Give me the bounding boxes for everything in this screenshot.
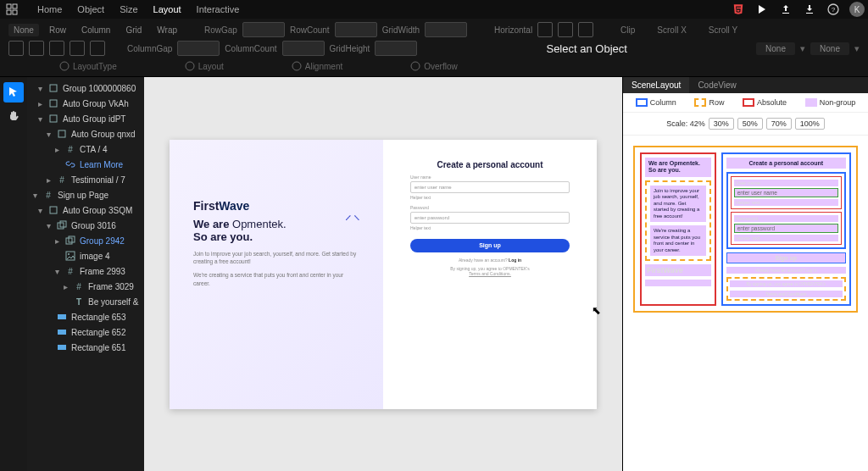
menu-layout[interactable]: Layout	[153, 4, 181, 14]
tab-codeview[interactable]: CodeView	[689, 77, 744, 93]
layer-row[interactable]: ▾Group 1000000860	[29, 80, 142, 96]
type-card-icon[interactable]	[8, 41, 24, 56]
pv-left-col: We are Opmentek. So are you. Join to imp…	[640, 152, 716, 306]
play-icon[interactable]	[754, 2, 770, 17]
user-avatar[interactable]: K	[849, 2, 865, 17]
menu-object[interactable]: Object	[77, 4, 104, 14]
svg-point-20	[68, 253, 70, 255]
layer-row[interactable]: ▸#Testimonial / 7	[29, 172, 142, 187]
chevron-icon[interactable]: ▾	[44, 130, 53, 139]
menu-home[interactable]: Home	[37, 4, 62, 14]
layer-row[interactable]: ▾Auto Group qnxd	[29, 126, 142, 141]
align-center-icon[interactable]	[558, 22, 573, 37]
layer-row[interactable]: image 4	[29, 248, 142, 263]
select-tool[interactable]	[3, 82, 24, 103]
artboard-signup[interactable]: FirstWave We are Opmentek.⟋⟍ So are you.…	[170, 140, 597, 409]
login-link[interactable]: Log in	[509, 258, 521, 263]
chevron-icon[interactable]: ▸	[53, 145, 61, 154]
layer-row[interactable]: ▸#CTA / 4	[29, 141, 142, 157]
rowgap-input[interactable]	[242, 22, 285, 37]
layer-label: Rectangle 653	[71, 313, 126, 322]
chevron-icon[interactable]: ▸	[36, 99, 44, 108]
layer-row[interactable]: Rectangle 653	[29, 309, 142, 324]
layer-row[interactable]: ▸Auto Group VkAh	[29, 96, 142, 111]
html5-icon[interactable]	[731, 2, 746, 17]
tab-scenelayout[interactable]: SceneLayout	[623, 77, 689, 93]
layer-row[interactable]: Learn More	[29, 157, 142, 172]
layer-label: Auto Group 3SQM	[63, 206, 132, 215]
layer-row[interactable]: ▾#Sign up Page	[29, 187, 142, 202]
layer-label: image 4	[80, 252, 110, 261]
chevron-icon[interactable]: ▾	[36, 114, 44, 124]
chevron-icon[interactable]: ▾	[31, 191, 39, 200]
scale-30[interactable]: 30%	[709, 118, 734, 130]
chevron-icon[interactable]: ▾	[36, 84, 44, 93]
layout-row[interactable]: Row	[44, 24, 71, 36]
layer-row[interactable]: ▾Auto Group idPT	[29, 111, 142, 126]
chevron-icon[interactable]: ▾	[44, 221, 53, 230]
gridheight-label: GridHeight	[330, 44, 370, 53]
gridheight-input[interactable]	[375, 41, 417, 56]
pv-para1: Join to improve your job search, yoursel…	[650, 186, 706, 223]
layer-type-icon	[47, 82, 59, 94]
chevron-icon[interactable]: ▸	[61, 282, 70, 291]
layer-row[interactable]: ▾#Frame 2993	[29, 263, 142, 279]
pv-already: Already have an account? Log in	[726, 267, 846, 274]
scrolly-select[interactable]: None	[810, 42, 849, 55]
help-icon[interactable]: ?	[826, 2, 841, 17]
type-grid-icon[interactable]	[70, 41, 85, 56]
canvas-area[interactable]: FirstWave We are Opmentek.⟋⟍ So are you.…	[144, 77, 622, 471]
align-right-icon[interactable]	[578, 22, 593, 37]
chevron-icon[interactable]: ▸	[53, 236, 61, 246]
layer-row[interactable]: Rectangle 652	[29, 324, 142, 340]
chevron-icon[interactable]: ▸	[44, 175, 53, 185]
layout-column[interactable]: Column	[76, 24, 115, 36]
svg-rect-12	[50, 115, 57, 122]
signup-button[interactable]: Sign up	[410, 239, 570, 252]
chevron-icon[interactable]: ▾	[53, 267, 61, 276]
sub-para-2: We're creating a service that puts you f…	[193, 271, 359, 288]
layer-row[interactable]: ▾Group 3016	[29, 218, 142, 233]
menu-size[interactable]: Size	[120, 4, 137, 14]
scale-100[interactable]: 100%	[795, 118, 825, 130]
layout-wrap[interactable]: Wrap	[152, 24, 182, 36]
layer-row[interactable]: ▸Group 2942	[29, 233, 142, 248]
menu-interactive[interactable]: Interactive	[197, 4, 240, 14]
gridwidth-input[interactable]	[425, 22, 467, 37]
password-input[interactable]: enter password	[410, 212, 570, 224]
rowcount-input[interactable]	[335, 22, 377, 37]
columngap-label: ColumnGap	[127, 44, 172, 53]
layer-type-icon: #	[42, 189, 54, 201]
app-logo-icon[interactable]	[3, 1, 20, 18]
horizontal-label: Horizontal	[494, 25, 532, 35]
rowgap-label: RowGap	[204, 25, 237, 35]
pv-user-field: User name enter user name Helper text	[731, 176, 842, 209]
layer-row[interactable]: ▾Auto Group 3SQM	[29, 202, 142, 218]
username-label: User name	[410, 175, 431, 180]
type-row-icon[interactable]	[29, 41, 44, 56]
align-left-icon[interactable]	[537, 22, 553, 37]
layer-label: Be yourself &	[88, 297, 138, 307]
layer-row[interactable]: ▸#Frame 3029	[29, 279, 142, 294]
hand-tool[interactable]	[3, 106, 24, 126]
terms-text: By signing up, you agree to OPMENTEK'sTe…	[450, 266, 530, 277]
layer-row[interactable]: TBe yourself &	[29, 294, 142, 309]
columncount-input[interactable]	[282, 41, 325, 56]
layer-row[interactable]: Rectangle 651	[29, 340, 142, 355]
scrollx-select[interactable]: None	[756, 42, 795, 55]
download-icon[interactable]	[802, 2, 817, 17]
columngap-input[interactable]	[177, 41, 220, 56]
type-col-icon[interactable]	[49, 41, 64, 56]
scale-50[interactable]: 50%	[737, 118, 763, 130]
layout-none[interactable]: None	[8, 24, 39, 36]
chevron-icon[interactable]: ▾	[36, 206, 44, 215]
layout-grid[interactable]: Grid	[120, 24, 147, 36]
legend-absolute-icon	[743, 98, 754, 107]
username-input[interactable]: enter user name	[410, 181, 570, 193]
layer-label: Frame 2993	[80, 267, 125, 276]
layer-type-icon	[56, 311, 68, 323]
scale-70[interactable]: 70%	[766, 118, 792, 130]
password-label: Password	[410, 205, 429, 210]
type-wrap-icon[interactable]	[90, 41, 105, 56]
upload-icon[interactable]	[778, 2, 793, 17]
